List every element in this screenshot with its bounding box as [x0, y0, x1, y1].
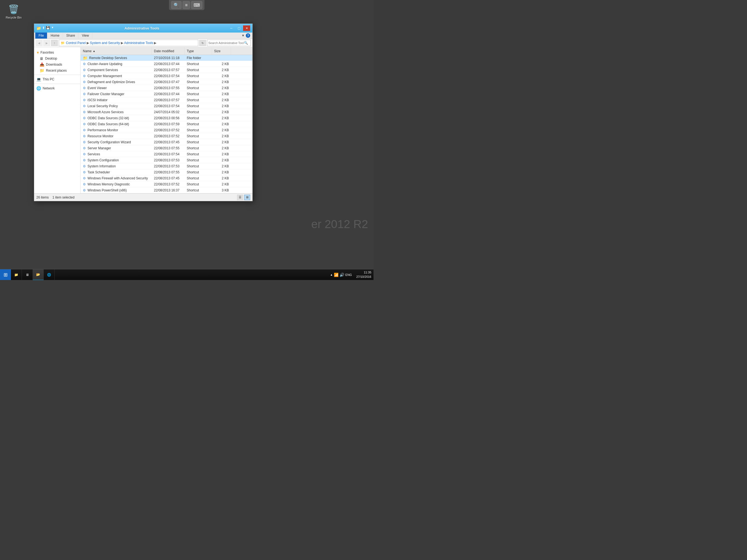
cell-type: Shortcut — [185, 146, 212, 150]
window-title: Administrative Tools — [56, 26, 228, 30]
file-row[interactable]: ⚙ Failover Cluster Manager 22/08/2013 07… — [81, 91, 252, 97]
cell-type: Shortcut — [185, 62, 212, 66]
file-row[interactable]: ⚙ Performance Monitor 22/08/2013 07:52 S… — [81, 127, 252, 133]
cell-size: 3 KB — [212, 188, 231, 192]
file-row[interactable]: ⚙ Defragment and Optimize Drives 22/08/2… — [81, 79, 252, 85]
taskbar-folder[interactable]: 📂 — [33, 269, 44, 280]
tab-home[interactable]: Home — [47, 32, 63, 39]
recent-icon: 📁 — [40, 68, 44, 73]
tray-network-icon: 📶 — [334, 273, 338, 277]
keyboard-button[interactable]: ⌨ — [191, 1, 202, 9]
col-header-type[interactable]: Type — [185, 47, 212, 55]
path-control-panel[interactable]: Control Panel — [66, 41, 86, 45]
cell-name: ⚙ iSCSI Initiator — [81, 98, 152, 102]
file-row[interactable]: ⚙ System Information 22/08/2013 07:53 Sh… — [81, 163, 252, 169]
sidebar-item-downloads[interactable]: 📥 Downloads — [34, 61, 80, 68]
minimize-button[interactable]: ─ — [228, 25, 235, 31]
file-row[interactable]: ⚙ iSCSI Initiator 22/08/2013 07:57 Short… — [81, 97, 252, 103]
dropdown-arrow: ▼ — [51, 26, 54, 30]
file-name-label: Component Services — [87, 68, 118, 72]
cell-type: Shortcut — [185, 92, 212, 96]
desktop-icon-sidebar: 🖥 — [40, 56, 44, 61]
cell-date: 22/08/2013 07:47 — [152, 80, 185, 84]
menu-button[interactable]: ≡ — [183, 1, 190, 9]
col-header-size[interactable]: Size — [212, 47, 231, 55]
cell-size: 2 KB — [212, 92, 231, 96]
file-row[interactable]: 📁 Remote Desktop Services 27/10/2016 11:… — [81, 55, 252, 61]
up-button[interactable]: ↑ — [51, 40, 58, 46]
search-input[interactable] — [208, 41, 244, 45]
file-row[interactable]: ⚙ Windows Firewall with Advanced Securit… — [81, 175, 252, 181]
file-row[interactable]: ⚙ ODBC Data Sources (32-bit) 22/08/2013 … — [81, 115, 252, 121]
file-row[interactable]: ⚙ Microsoft Azure Services 24/07/2014 05… — [81, 109, 252, 115]
tray-arrow[interactable]: ▲ — [330, 273, 333, 276]
file-name-label: System Configuration — [87, 158, 119, 162]
file-row[interactable]: ⚙ Event Viewer 22/08/2013 07:55 Shortcut… — [81, 85, 252, 91]
window-icon: 📁 — [36, 26, 41, 30]
network-header[interactable]: 🌐 Network — [34, 85, 80, 92]
file-name-label: Cluster-Aware Updating — [87, 62, 122, 66]
file-row[interactable]: ⚙ Services 22/08/2013 07:54 Shortcut 2 K… — [81, 151, 252, 157]
file-row[interactable]: ⚙ Task Scheduler 22/08/2013 07:55 Shortc… — [81, 169, 252, 175]
sidebar-item-desktop[interactable]: 🖥 Desktop — [34, 55, 80, 61]
tab-share[interactable]: Share — [63, 32, 78, 39]
taskbar-file-explorer[interactable]: 📁 — [11, 269, 22, 280]
desktop-icon-recycle-bin[interactable]: 🗑️ Recycle Bin — [3, 3, 25, 20]
file-row[interactable]: ⚙ Resource Monitor 22/08/2013 07:52 Shor… — [81, 133, 252, 139]
col-header-date[interactable]: Date modified — [152, 47, 185, 55]
file-row[interactable]: ⚙ Cluster-Aware Updating 22/08/2013 07:4… — [81, 61, 252, 67]
help-icon[interactable]: ? — [246, 33, 250, 38]
zoom-button[interactable]: 🔍 — [171, 1, 182, 9]
network-section: 🌐 Network — [34, 85, 80, 92]
tab-file[interactable]: File — [35, 32, 47, 39]
chevron-down-icon[interactable]: ▼ — [241, 34, 245, 37]
file-row[interactable]: ⚙ System Configuration 22/08/2013 07:53 … — [81, 157, 252, 163]
search-icon[interactable]: 🔍 — [244, 41, 248, 45]
maximize-button[interactable]: ▢ — [235, 25, 242, 31]
taskbar-ie[interactable]: 🌐 — [44, 269, 55, 280]
file-row[interactable]: ⚙ ODBC Data Sources (64-bit) 22/08/2013 … — [81, 121, 252, 127]
col-header-name[interactable]: Name ▲ — [81, 47, 152, 55]
cell-name: ⚙ Task Scheduler — [81, 170, 152, 174]
cell-name: ⚙ Local Security Policy — [81, 104, 152, 108]
cell-type: Shortcut — [185, 68, 212, 72]
network-label: Network — [43, 86, 55, 90]
network-icon: 🌐 — [36, 86, 41, 91]
refresh-button[interactable]: ↻ — [199, 40, 206, 46]
taskbar-clock[interactable]: 11:35 27/10/2016 — [354, 271, 374, 279]
explorer-window: 📁 ⬆ 💾 ▼ Administrative Tools ─ ▢ ✕ File … — [34, 24, 253, 201]
sort-arrow-name: ▲ — [93, 50, 96, 52]
this-pc-header[interactable]: 💻 This PC — [34, 76, 80, 82]
col-size-label: Size — [214, 49, 221, 53]
taskbar-powershell[interactable]: 🖥 — [22, 269, 33, 280]
path-admin-tools[interactable]: Administrative Tools — [124, 41, 153, 45]
file-row[interactable]: ⚙ Local Security Policy 22/08/2013 07:54… — [81, 103, 252, 109]
cell-date: 22/08/2013 07:57 — [152, 98, 185, 102]
path-system-security[interactable]: System and Security — [90, 41, 120, 45]
cell-date: 27/10/2016 11:18 — [152, 56, 185, 60]
search-box[interactable]: 🔍 — [207, 40, 251, 46]
address-path[interactable]: 📁 Control Panel ▶ System and Security ▶ … — [59, 40, 198, 46]
favorites-header[interactable]: ★ Favorites — [34, 50, 80, 55]
file-row[interactable]: ⚙ Computer Management 22/08/2013 07:54 S… — [81, 73, 252, 79]
file-row[interactable]: ⚙ Component Services 22/08/2013 07:57 Sh… — [81, 67, 252, 73]
list-view-button[interactable]: ⊞ — [244, 195, 250, 200]
sidebar-item-recent[interactable]: 📁 Recent places — [34, 68, 80, 74]
cell-type: Shortcut — [185, 152, 212, 156]
forward-button[interactable]: ▶ — [44, 40, 50, 46]
cell-type: Shortcut — [185, 80, 212, 84]
cell-date: 22/08/2013 07:54 — [152, 104, 185, 108]
details-view-button[interactable]: ☰ — [237, 195, 243, 200]
close-button[interactable]: ✕ — [243, 25, 250, 31]
file-name-label: Microsoft Azure Services — [87, 110, 124, 114]
tab-view[interactable]: View — [78, 32, 93, 39]
file-row[interactable]: ⚙ Windows Memory Diagnostic 22/08/2013 0… — [81, 181, 252, 187]
back-button[interactable]: ◀ — [36, 40, 42, 46]
cell-type: Shortcut — [185, 116, 212, 120]
file-row[interactable]: ⚙ Security Configuration Wizard 22/08/20… — [81, 139, 252, 145]
file-list[interactable]: Name ▲ Date modified Type Size 📁 — [81, 47, 252, 193]
cell-date: 22/08/2013 07:52 — [152, 182, 185, 186]
start-button[interactable]: ⊞ — [0, 269, 11, 280]
file-row[interactable]: ⚙ Windows PowerShell (x86) 22/08/2013 16… — [81, 187, 252, 193]
file-row[interactable]: ⚙ Server Manager 22/08/2013 07:55 Shortc… — [81, 145, 252, 151]
